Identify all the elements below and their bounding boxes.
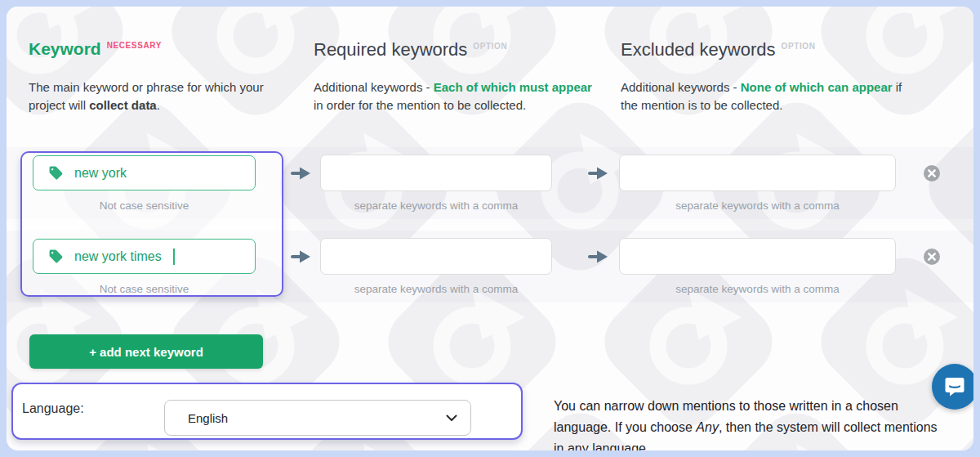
- keyword-column-title: KeywordNECESSARY: [29, 39, 162, 59]
- remove-icon: [923, 164, 941, 182]
- excluded-keywords-input[interactable]: [619, 238, 896, 275]
- required-input-hint: separate keywords with a comma: [320, 199, 552, 212]
- window-frame: KeywordNECESSARY The main keyword or phr…: [0, 0, 980, 457]
- chevron-down-icon: [446, 414, 457, 422]
- language-label: Language:: [22, 401, 84, 416]
- arrow-right-icon: [291, 166, 312, 181]
- required-keywords-input[interactable]: [320, 238, 552, 275]
- required-keywords-input[interactable]: [320, 155, 552, 191]
- remove-icon: [923, 248, 941, 266]
- keyword-column-description: The main keyword or phrase for which you…: [29, 78, 275, 114]
- keyword-row: new york Not case sensitive separate key…: [7, 155, 973, 217]
- required-column-description: Additional keywords - Each of which must…: [314, 78, 604, 114]
- tag-icon: [48, 165, 64, 181]
- language-select[interactable]: English: [164, 400, 471, 436]
- add-next-keyword-button[interactable]: + add next keyword: [29, 334, 263, 369]
- case-sensitivity-hint: Not case sensitive: [33, 283, 256, 295]
- excluded-input-hint: separate keywords with a comma: [619, 283, 896, 295]
- main-keyword-input[interactable]: new york times: [33, 239, 256, 274]
- main-keyword-input[interactable]: new york: [33, 155, 256, 190]
- language-info-text: You can narrow down mentions to those wr…: [554, 396, 944, 450]
- keyword-value: new york: [74, 166, 127, 181]
- chat-launcher-button[interactable]: [932, 364, 973, 410]
- arrow-right-icon: [291, 249, 312, 264]
- case-sensitivity-hint: Not case sensitive: [33, 199, 256, 212]
- option-badge: OPTION: [782, 42, 816, 51]
- remove-row-button[interactable]: [923, 164, 941, 182]
- language-selected-value: English: [188, 411, 446, 425]
- excluded-column-description: Additional keywords - None of which can …: [621, 78, 905, 114]
- keyword-setup-panel: KeywordNECESSARY The main keyword or phr…: [7, 7, 973, 450]
- excluded-column-title: Excluded keywordsOPTION: [621, 39, 815, 60]
- required-column-title: Required keywordsOPTION: [314, 39, 507, 60]
- text-cursor: [173, 249, 175, 265]
- excluded-keywords-input[interactable]: [619, 155, 896, 191]
- excluded-input-hint: separate keywords with a comma: [619, 199, 896, 212]
- arrow-right-icon: [588, 249, 609, 264]
- remove-row-button[interactable]: [923, 248, 941, 266]
- necessary-badge: NECESSARY: [107, 41, 162, 50]
- option-badge: OPTION: [473, 42, 507, 51]
- arrow-right-icon: [588, 166, 609, 181]
- keyword-row: new york times Not case sensitive separa…: [7, 239, 973, 301]
- tag-icon: [48, 249, 64, 264]
- keyword-value: new york times: [74, 249, 162, 264]
- chat-bubble-icon: [943, 375, 966, 398]
- required-input-hint: separate keywords with a comma: [320, 283, 552, 295]
